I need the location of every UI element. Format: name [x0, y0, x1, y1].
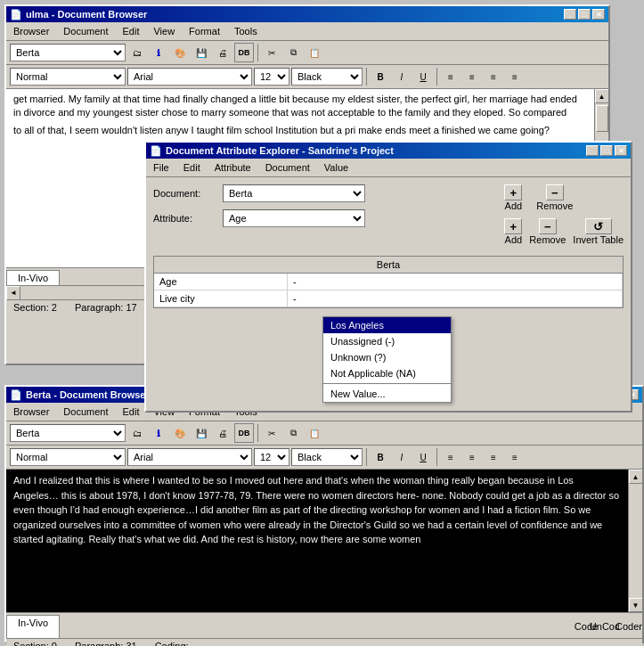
- align-right-button[interactable]: ≡: [484, 67, 503, 86]
- second-menu-edit[interactable]: Edit: [115, 405, 146, 419]
- main-paragraph-1: get married. My family at that time had …: [13, 93, 587, 120]
- attr-maximize-button[interactable]: □: [600, 145, 613, 156]
- second-italic-button[interactable]: I: [392, 447, 412, 467]
- scroll-thumb[interactable]: [596, 105, 608, 132]
- attr-form: Document: Berta Attribute: Age + Add −: [146, 177, 631, 252]
- second-size-select[interactable]: 12: [254, 448, 289, 466]
- second-separator-1: [257, 424, 258, 442]
- menu-tools[interactable]: Tools: [227, 24, 265, 38]
- second-doc-selector[interactable]: Berta: [10, 424, 126, 442]
- uncode-btn[interactable]: UnCode: [598, 617, 617, 636]
- second-tab-invivo[interactable]: In-Vivo: [6, 615, 60, 638]
- attr-menu-document[interactable]: Document: [258, 160, 317, 175]
- dropdown-item-unknown[interactable]: Unknown (?): [323, 349, 451, 365]
- second-align-justify-button[interactable]: ≡: [505, 447, 525, 467]
- attr-menu-file[interactable]: File: [146, 160, 176, 175]
- dropdown-menu[interactable]: Los Angeles Unassigned (-) Unknown (?) N…: [322, 316, 452, 403]
- printer-icon[interactable]: 🖨: [213, 43, 232, 62]
- second-paste-icon[interactable]: 📋: [305, 423, 324, 443]
- doc-selector[interactable]: Berta: [10, 44, 126, 61]
- document-select[interactable]: Berta: [223, 184, 365, 202]
- color-wheel-icon[interactable]: 🎨: [170, 43, 190, 62]
- maximize-button[interactable]: □: [578, 9, 591, 20]
- separator-3: [436, 68, 437, 86]
- attr-menu-attribute[interactable]: Attribute: [208, 160, 258, 175]
- second-format-select[interactable]: Normal: [10, 448, 126, 466]
- second-info-icon[interactable]: ℹ: [149, 423, 168, 443]
- info-icon[interactable]: ℹ: [149, 43, 168, 62]
- attr-close-button[interactable]: ✕: [615, 145, 627, 156]
- second-scroll-up[interactable]: ▲: [629, 470, 643, 484]
- second-save-icon[interactable]: 💾: [192, 423, 211, 443]
- dropdown-item-na[interactable]: Not Applicable (NA): [323, 365, 451, 381]
- second-nav-icon[interactable]: 🗂: [127, 423, 147, 443]
- second-section-label: Section: 0: [13, 641, 57, 646]
- second-db-icon[interactable]: DB: [234, 423, 254, 443]
- menu-edit[interactable]: Edit: [115, 24, 146, 38]
- menu-format[interactable]: Format: [182, 24, 227, 38]
- second-browser-window: 📄 Berta - Document Browser _ □ ✕ Browser…: [4, 385, 644, 643]
- dropdown-item-new[interactable]: New Value...: [323, 386, 451, 402]
- second-scroll-down[interactable]: ▼: [629, 598, 643, 612]
- second-align-left-button[interactable]: ≡: [441, 447, 461, 467]
- attr-menu-value[interactable]: Value: [317, 160, 355, 175]
- nav-icon[interactable]: 🗂: [127, 43, 147, 62]
- align-left-button[interactable]: ≡: [441, 67, 461, 86]
- second-underline-button[interactable]: U: [413, 447, 433, 467]
- format-select[interactable]: Normal: [10, 68, 126, 86]
- second-coding-label: Coding:: [155, 641, 189, 646]
- second-copy-icon[interactable]: ⧉: [283, 423, 303, 443]
- scroll-left[interactable]: ◄: [6, 286, 20, 300]
- paste-icon[interactable]: 📋: [305, 43, 324, 62]
- doc-remove-btn[interactable]: − Remove: [536, 184, 573, 211]
- save-icon[interactable]: 💾: [192, 43, 211, 62]
- cut-icon[interactable]: ✂: [262, 43, 281, 62]
- minimize-button[interactable]: _: [564, 9, 576, 20]
- attribute-select[interactable]: Age: [223, 209, 365, 227]
- paragraph-label: Paragraph: 17: [75, 302, 137, 313]
- db-icon[interactable]: DB: [234, 43, 254, 62]
- coder-btn[interactable]: Coder: [619, 617, 639, 636]
- bold-button[interactable]: B: [371, 67, 390, 86]
- tab-invivo[interactable]: In-Vivo: [6, 270, 60, 285]
- second-cut-icon[interactable]: ✂: [262, 423, 281, 443]
- align-center-button[interactable]: ≡: [462, 67, 482, 86]
- second-menu-browser[interactable]: Browser: [6, 405, 56, 419]
- attr-menu-edit[interactable]: Edit: [176, 160, 208, 175]
- second-color-select[interactable]: Black: [291, 448, 363, 466]
- font-select[interactable]: Arial: [127, 68, 252, 86]
- invert-table-btn[interactable]: ↺ Invert Table: [573, 218, 624, 245]
- second-align-right-button[interactable]: ≡: [484, 447, 503, 467]
- color-select[interactable]: Black: [291, 68, 363, 86]
- second-menu-document[interactable]: Document: [56, 405, 115, 419]
- attr-remove-btn[interactable]: − Remove: [529, 218, 566, 245]
- menu-document[interactable]: Document: [56, 24, 115, 38]
- dropdown-item-la[interactable]: Los Angeles: [323, 317, 451, 333]
- scroll-up[interactable]: ▲: [595, 89, 609, 103]
- size-select[interactable]: 12: [254, 68, 289, 86]
- attr-minimize-button[interactable]: _: [586, 145, 599, 156]
- table-row-age: Age -: [154, 274, 623, 290]
- attr-add-btn[interactable]: + Add: [504, 218, 522, 245]
- menu-browser[interactable]: Browser: [6, 24, 56, 38]
- document-label: Document:: [153, 188, 216, 199]
- close-button[interactable]: ✕: [592, 9, 605, 20]
- doc-icon: 📄: [10, 9, 22, 20]
- second-bold-button[interactable]: B: [371, 447, 390, 467]
- dropdown-separator: [323, 383, 451, 384]
- second-printer-icon[interactable]: 🖨: [213, 423, 232, 443]
- second-font-select[interactable]: Arial: [127, 448, 252, 466]
- align-justify-button[interactable]: ≡: [505, 67, 525, 86]
- copy-icon[interactable]: ⧉: [283, 43, 303, 62]
- main-title-bar: 📄 ulma - Document Browser _ □ ✕: [6, 6, 608, 22]
- attr-window-title: Document Attribute Explorer - Sandrine's…: [166, 145, 394, 156]
- doc-add-btn[interactable]: + Add: [504, 184, 522, 211]
- second-align-center-button[interactable]: ≡: [462, 447, 482, 467]
- italic-button[interactable]: I: [392, 67, 412, 86]
- dropdown-item-unassigned[interactable]: Unassigned (-): [323, 333, 451, 349]
- second-scrollbar-v[interactable]: ▲ ▼: [628, 470, 642, 612]
- second-color-wheel-icon[interactable]: 🎨: [170, 423, 190, 443]
- table-header: Berta: [154, 257, 623, 274]
- underline-button[interactable]: U: [413, 67, 433, 86]
- menu-view[interactable]: View: [146, 24, 182, 38]
